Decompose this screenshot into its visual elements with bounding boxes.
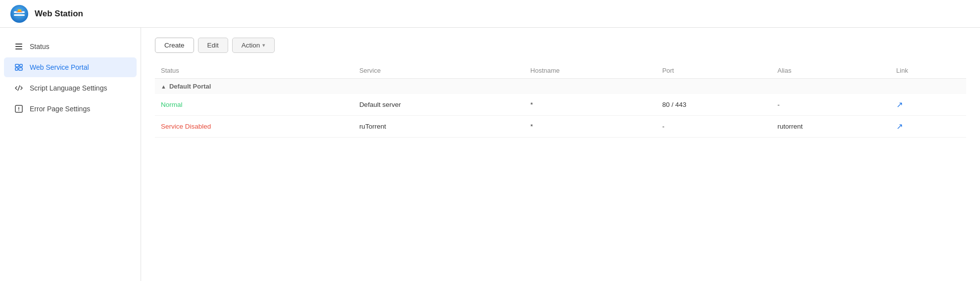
sidebar: Status Web Service Portal [0, 28, 141, 281]
sidebar-item-script-language-settings[interactable]: Script Language Settings [4, 78, 137, 98]
cell-hostname: * [525, 116, 656, 138]
svg-rect-8 [15, 64, 19, 67]
cell-link: ↗︎ [890, 94, 966, 116]
sidebar-item-status-label: Status [30, 42, 49, 51]
status-badge: Service Disabled [161, 123, 211, 130]
edit-button[interactable]: Edit [198, 38, 228, 53]
cell-port: 80 / 443 [656, 94, 772, 116]
cell-hostname: * [525, 94, 656, 116]
cell-status: Normal [155, 94, 353, 116]
col-header-service: Service [353, 63, 525, 79]
cell-status: Service Disabled [155, 116, 353, 138]
table-row[interactable]: Service Disabled ruTorrent * - rutorrent… [155, 116, 966, 138]
app-title: Web Station [35, 9, 83, 19]
sidebar-item-web-service-portal[interactable]: Web Service Portal [4, 57, 137, 77]
code-icon [14, 83, 24, 93]
sidebar-item-script-language-settings-label: Script Language Settings [30, 84, 107, 93]
svg-rect-6 [15, 46, 22, 47]
cell-alias: rutorrent [772, 116, 890, 138]
cell-port: - [656, 116, 772, 138]
status-badge: Normal [161, 101, 183, 108]
table-header-row: Status Service Hostname Port Alias Link [155, 63, 966, 79]
svg-point-0 [10, 5, 28, 23]
portal-table: Status Service Hostname Port Alias Link … [155, 63, 966, 138]
table-group-row: ▲Default Portal [155, 79, 966, 94]
external-link-icon[interactable]: ↗︎ [896, 122, 903, 131]
action-button[interactable]: Action ▾ [232, 38, 275, 53]
svg-rect-10 [15, 68, 18, 70]
action-button-label: Action [242, 42, 260, 49]
chevron-down-icon: ▾ [262, 42, 265, 48]
main-content: Create Edit Action ▾ Status Service Host… [141, 28, 980, 281]
collapse-icon: ▲ [161, 84, 166, 90]
cell-link: ↗︎ [890, 116, 966, 138]
table-row[interactable]: Normal Default server * 80 / 443 - ↗︎ [155, 94, 966, 116]
col-header-hostname: Hostname [525, 63, 656, 79]
cell-service: ruTorrent [353, 116, 525, 138]
cell-service: Default server [353, 94, 525, 116]
svg-text:www: www [16, 10, 22, 13]
cell-alias: - [772, 94, 890, 116]
error-icon [14, 104, 24, 114]
toolbar: Create Edit Action ▾ [155, 38, 966, 53]
create-button[interactable]: Create [155, 38, 194, 53]
col-header-link: Link [890, 63, 966, 79]
svg-rect-9 [20, 64, 22, 67]
sidebar-item-web-service-portal-label: Web Service Portal [30, 63, 89, 72]
svg-rect-11 [19, 68, 22, 70]
col-header-alias: Alias [772, 63, 890, 79]
sidebar-item-error-page-settings[interactable]: Error Page Settings [4, 99, 137, 119]
app-logo-icon: www [10, 4, 29, 23]
col-header-status: Status [155, 63, 353, 79]
svg-line-12 [18, 86, 20, 91]
app-header: www Web Station [0, 0, 980, 28]
external-link-icon[interactable]: ↗︎ [896, 100, 903, 109]
sidebar-item-status[interactable]: Status [4, 37, 137, 56]
menu-icon [14, 42, 24, 51]
sidebar-item-error-page-settings-label: Error Page Settings [30, 104, 90, 113]
portal-icon [14, 62, 24, 72]
col-header-port: Port [656, 63, 772, 79]
svg-point-15 [18, 110, 19, 111]
svg-rect-5 [15, 44, 22, 45]
main-layout: Status Web Service Portal [0, 28, 980, 281]
svg-rect-2 [14, 14, 25, 16]
svg-rect-7 [15, 48, 22, 49]
